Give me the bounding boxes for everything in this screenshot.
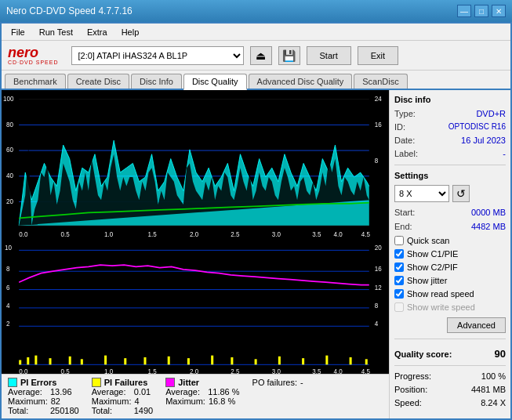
- pi-avg-label: Average:: [8, 387, 47, 396]
- quality-score-value: 90: [495, 348, 506, 360]
- progress-row: Progress: 100 %: [394, 371, 506, 381]
- svg-rect-51: [49, 358, 51, 364]
- pi-failures-color: [92, 378, 101, 387]
- speed-label: Speed:: [394, 398, 422, 407]
- end-value: 4482 MB: [471, 222, 506, 231]
- content-area: 100 80 60 40 20 24 16 8: [2, 90, 510, 418]
- main-window: File Run Test Extra Help nero CD·DVD SPE…: [0, 22, 512, 420]
- position-value: 4481 MB: [471, 385, 506, 394]
- menu-help[interactable]: Help: [115, 26, 146, 38]
- show-c2pif-checkbox[interactable]: [394, 262, 404, 272]
- position-label: Position:: [394, 385, 427, 394]
- svg-text:8: 8: [375, 157, 379, 165]
- show-c2pif-label: Show C2/PIF: [407, 262, 458, 272]
- disc-id-row: ID: OPTODISC R16: [394, 122, 506, 132]
- exit-button[interactable]: Exit: [358, 46, 398, 65]
- disc-label-value: -: [503, 149, 506, 158]
- pi-errors-legend: PI Errors Average: 13.96 Maximum: 82 Tot…: [8, 378, 79, 415]
- pif-max-label: Maximum:: [92, 396, 132, 406]
- po-failures-value: -: [300, 378, 303, 387]
- svg-rect-56: [143, 357, 146, 364]
- svg-rect-54: [104, 356, 107, 365]
- pi-total-value: 250180: [50, 406, 79, 415]
- speed-select[interactable]: 8 X: [394, 185, 449, 202]
- svg-text:3.5: 3.5: [312, 367, 321, 374]
- show-jitter-checkbox[interactable]: [394, 276, 404, 285]
- menu-file[interactable]: File: [5, 26, 31, 38]
- svg-text:80: 80: [6, 120, 13, 129]
- jitter-max-value: 16.8 %: [209, 396, 235, 406]
- eject-button[interactable]: ⏏: [250, 46, 272, 65]
- maximize-button[interactable]: □: [474, 5, 488, 17]
- speed-value: 8.24 X: [481, 398, 506, 407]
- svg-text:0.0: 0.0: [19, 230, 27, 238]
- close-button[interactable]: ✕: [492, 5, 506, 17]
- minimize-button[interactable]: —: [457, 5, 471, 17]
- svg-text:1.0: 1.0: [104, 230, 113, 238]
- advanced-button[interactable]: Advanced: [447, 317, 506, 333]
- disc-type-row: Type: DVD+R: [394, 109, 506, 118]
- pi-errors-title: PI Errors: [20, 378, 56, 387]
- show-jitter-label: Show jitter: [407, 276, 447, 285]
- svg-rect-65: [350, 357, 352, 364]
- show-write-speed-row: Show write speed: [394, 302, 506, 312]
- svg-text:3.5: 3.5: [312, 230, 321, 238]
- svg-rect-59: [211, 356, 213, 365]
- svg-text:24: 24: [375, 94, 382, 103]
- window-title: Nero CD-DVD Speed 4.7.7.16: [6, 5, 133, 16]
- disc-type-label: Type:: [394, 109, 416, 118]
- quick-scan-checkbox[interactable]: [394, 236, 404, 245]
- start-value: 0000 MB: [471, 208, 506, 217]
- jitter-color: [165, 378, 175, 387]
- po-failures-label: PO failures:: [252, 378, 297, 387]
- show-c1pie-checkbox[interactable]: [394, 249, 404, 259]
- disc-label-label: Label:: [394, 149, 418, 158]
- show-write-speed-label: Show write speed: [407, 302, 475, 312]
- tab-create-disc[interactable]: Create Disc: [67, 74, 129, 89]
- charts-section: 100 80 60 40 20 24 16 8: [2, 90, 389, 418]
- show-write-speed-checkbox[interactable]: [394, 302, 404, 312]
- disc-type-value: DVD+R: [476, 109, 506, 118]
- settings-icon-btn[interactable]: ↺: [452, 185, 470, 202]
- disc-date-label: Date:: [394, 136, 415, 145]
- tab-advanced-disc-quality[interactable]: Advanced Disc Quality: [249, 74, 353, 89]
- tab-benchmark[interactable]: Benchmark: [5, 74, 66, 89]
- svg-text:4: 4: [6, 301, 10, 310]
- titlebar: Nero CD-DVD Speed 4.7.7.16 — □ ✕: [0, 0, 512, 22]
- svg-text:0.0: 0.0: [19, 367, 27, 374]
- svg-text:0.5: 0.5: [61, 230, 70, 238]
- drive-select[interactable]: [2:0] ATAPI iHAS324 A BL1P: [71, 46, 244, 65]
- window-controls: — □ ✕: [457, 5, 506, 17]
- svg-rect-63: [302, 358, 304, 364]
- charts-svg: 100 80 60 40 20 24 16 8: [2, 90, 389, 374]
- pif-total-value: 1490: [134, 406, 153, 415]
- svg-text:10: 10: [5, 244, 12, 252]
- svg-text:20: 20: [375, 244, 382, 252]
- start-button[interactable]: Start: [307, 46, 351, 65]
- progress-value: 100 %: [481, 371, 506, 381]
- quick-scan-label: Quick scan: [407, 236, 449, 245]
- svg-rect-55: [124, 358, 126, 364]
- svg-text:20: 20: [6, 197, 13, 205]
- svg-text:2.0: 2.0: [190, 230, 198, 238]
- tab-disc-info[interactable]: Disc Info: [131, 74, 182, 89]
- svg-text:4.0: 4.0: [333, 367, 342, 374]
- svg-text:60: 60: [6, 146, 13, 154]
- menu-extra[interactable]: Extra: [81, 26, 114, 38]
- pi-total-label: Total:: [8, 406, 47, 415]
- po-failures-legend: PO failures: -: [252, 378, 303, 415]
- svg-rect-52: [69, 357, 71, 365]
- show-read-speed-checkbox[interactable]: [394, 289, 404, 299]
- speed-row: Speed: 8.24 X: [394, 398, 506, 407]
- jitter-max-label: Maximum:: [165, 396, 205, 406]
- tab-disc-quality[interactable]: Disc Quality: [183, 74, 247, 90]
- menu-run-test[interactable]: Run Test: [33, 26, 79, 38]
- jitter-avg-value: 11.86 %: [208, 387, 239, 396]
- disc-id-label: ID:: [394, 122, 405, 132]
- svg-rect-66: [365, 359, 368, 364]
- save-button[interactable]: 💾: [278, 46, 300, 65]
- pif-avg-value: 0.01: [134, 387, 151, 396]
- tab-scan-disc[interactable]: ScanDisc: [354, 74, 407, 89]
- pif-max-value: 4: [134, 396, 139, 406]
- tab-bar: Benchmark Create Disc Disc Info Disc Qua…: [2, 71, 510, 90]
